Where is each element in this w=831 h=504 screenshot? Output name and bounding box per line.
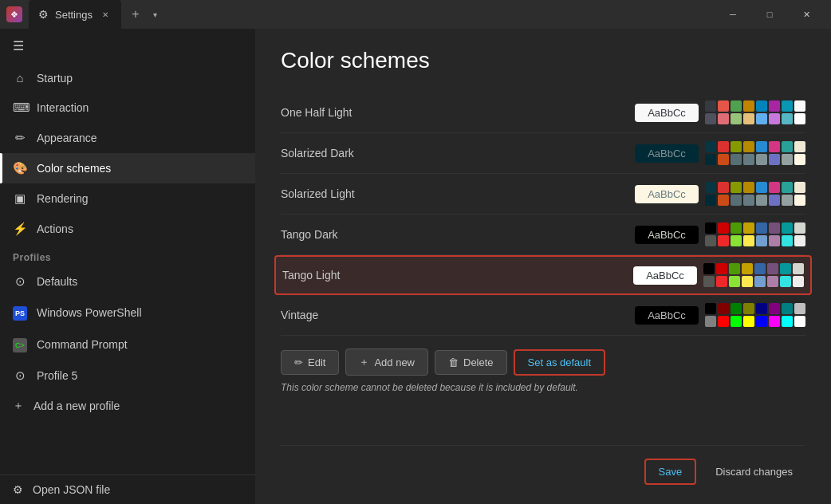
scheme-name: Tango Dark: [281, 228, 635, 241]
sidebar-item-startup[interactable]: ⌂ Startup: [0, 63, 255, 93]
add-new-label: Add new: [374, 356, 415, 368]
defaults-icon: ⊙: [13, 274, 27, 289]
sidebar-item-rendering[interactable]: ▣ Rendering: [0, 183, 255, 214]
tab-label: Settings: [55, 9, 93, 21]
scheme-row-solarized-dark[interactable]: Solarized Dark AaBbCc: [281, 133, 805, 174]
add-icon: ＋: [13, 399, 24, 413]
main-content: Color schemes One Half Light AaBbCc Sola…: [255, 29, 831, 504]
color-swatch: [782, 316, 793, 327]
color-swatch: [718, 303, 729, 314]
gear-icon: ⚙: [38, 8, 49, 21]
color-swatch: [718, 222, 729, 234]
color-swatches: [705, 222, 805, 246]
color-swatch: [782, 141, 793, 152]
scheme-preview: AaBbCc: [635, 303, 805, 327]
sidebar-item-appearance[interactable]: ✏ Appearance: [0, 123, 255, 153]
color-swatch: [731, 100, 742, 112]
color-swatch: [780, 276, 791, 287]
color-swatch: [756, 100, 767, 112]
color-swatch: [731, 141, 742, 152]
close-button[interactable]: ✕: [788, 2, 825, 27]
set-default-button[interactable]: Set as default: [514, 349, 606, 376]
add-new-button[interactable]: ＋ Add new: [345, 348, 428, 376]
sidebar-item-defaults[interactable]: ⊙ Defaults: [0, 266, 255, 297]
scheme-row-vintage[interactable]: Vintage AaBbCc: [281, 295, 805, 336]
color-swatch: [731, 303, 742, 314]
color-swatch: [743, 222, 754, 234]
new-tab-button[interactable]: +: [124, 3, 147, 26]
startup-icon: ⌂: [13, 71, 27, 85]
color-swatch: [743, 154, 754, 165]
color-swatch: [756, 113, 767, 124]
profiles-section-label: Profiles: [0, 244, 255, 266]
tab-close-button[interactable]: ✕: [99, 8, 112, 21]
color-swatch: [769, 222, 780, 234]
color-swatch: [767, 263, 778, 274]
add-profile-label: Add a new profile: [33, 400, 120, 412]
add-profile-button[interactable]: ＋ Add a new profile: [0, 391, 255, 421]
sidebar-item-actions[interactable]: ⚡ Actions: [0, 214, 255, 244]
add-icon: ＋: [359, 355, 369, 369]
save-button[interactable]: Save: [644, 459, 697, 485]
color-swatch: [718, 141, 729, 152]
color-swatch: [705, 195, 716, 206]
color-swatch: [731, 222, 742, 234]
color-swatch: [718, 195, 729, 206]
color-swatch: [782, 113, 793, 124]
color-swatch: [729, 263, 740, 274]
scheme-preview: AaBbCc: [633, 263, 804, 287]
delete-label: Delete: [463, 356, 494, 368]
scheme-badge: AaBbCc: [635, 185, 699, 203]
sidebar-item-cmd[interactable]: C> Command Prompt: [0, 329, 255, 360]
json-icon: ⚙: [13, 483, 23, 496]
scheme-row-tango-dark[interactable]: Tango Dark AaBbCc: [281, 215, 805, 255]
scheme-row-solarized-light[interactable]: Solarized Light AaBbCc: [281, 174, 805, 215]
sidebar-item-label: Rendering: [37, 192, 89, 205]
color-swatch: [705, 100, 716, 112]
scheme-name: One Half Light: [281, 106, 635, 119]
sidebar-item-powershell[interactable]: PS Windows PowerShell: [0, 297, 255, 329]
open-json-button[interactable]: ⚙ Open JSON file: [0, 474, 255, 504]
color-swatch: [794, 303, 805, 314]
color-swatch: [769, 141, 780, 152]
color-swatches: [705, 303, 805, 327]
app-logo: ❖: [6, 6, 22, 22]
scheme-name: Solarized Light: [281, 187, 635, 200]
color-swatch: [769, 195, 780, 206]
cmd-icon: C>: [13, 337, 27, 352]
page-title: Color schemes: [281, 48, 805, 73]
new-tab-dropdown-button[interactable]: ▾: [147, 3, 164, 26]
sidebar-item-color-schemes[interactable]: 🎨 Color schemes: [0, 153, 255, 183]
rendering-icon: ▣: [13, 191, 27, 206]
color-swatch: [793, 276, 804, 287]
color-swatch: [794, 235, 805, 246]
discard-button[interactable]: Discard changes: [703, 460, 805, 483]
color-swatch: [782, 100, 793, 112]
bottom-bar: Save Discard changes: [281, 445, 805, 485]
powershell-icon: PS: [13, 305, 27, 321]
color-swatch: [782, 235, 793, 246]
scheme-row-one-half-light[interactable]: One Half Light AaBbCc: [281, 93, 805, 133]
trash-icon: 🗑: [448, 356, 459, 368]
color-swatch: [705, 222, 716, 234]
color-swatch: [743, 113, 754, 124]
sidebar-item-interaction[interactable]: ⌨ Interaction: [0, 93, 255, 123]
color-swatch: [705, 182, 716, 193]
scheme-row-tango-light[interactable]: Tango Light AaBbCc: [274, 255, 812, 295]
settings-tab[interactable]: ⚙ Settings ✕: [29, 0, 121, 29]
titlebar: ❖ ⚙ Settings ✕ + ▾ ─ □ ✕: [0, 0, 831, 29]
color-swatches: [703, 263, 804, 287]
color-swatch: [756, 141, 767, 152]
hamburger-button[interactable]: ☰: [0, 29, 255, 63]
interaction-icon: ⌨: [13, 100, 27, 115]
color-swatch: [769, 154, 780, 165]
edit-button[interactable]: ✏ Edit: [281, 350, 339, 375]
maximize-button[interactable]: □: [751, 2, 788, 27]
color-swatch: [794, 182, 805, 193]
color-swatch: [782, 222, 793, 234]
delete-button[interactable]: 🗑 Delete: [435, 350, 507, 375]
color-swatch: [794, 222, 805, 234]
color-swatch: [703, 263, 715, 274]
sidebar-item-profile5[interactable]: ⊙ Profile 5: [0, 360, 255, 391]
minimize-button[interactable]: ─: [715, 2, 751, 27]
